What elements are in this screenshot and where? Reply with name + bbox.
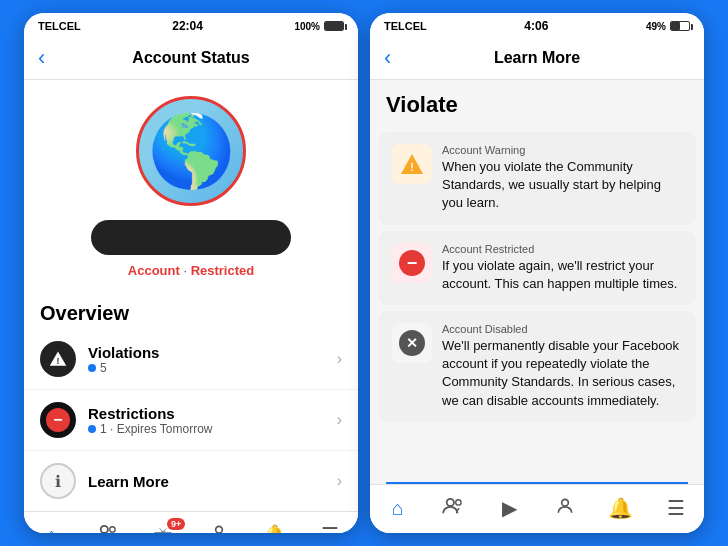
account-label: Account · Restricted xyxy=(128,263,254,278)
status-icons-1: 100% xyxy=(294,21,344,32)
restrict-icon: − xyxy=(399,250,425,276)
restrictions-chevron: › xyxy=(337,411,342,429)
learn-more-item[interactable]: ℹ Learn More › xyxy=(24,451,358,511)
time-1: 22:04 xyxy=(172,19,203,33)
home-icon-1: ⌂ xyxy=(46,524,58,534)
learn-more-chevron: › xyxy=(337,472,342,490)
nav-bar-2: ‹ Learn More xyxy=(370,37,704,80)
violate-title: Violate xyxy=(370,80,704,126)
tab-bar-1: ⌂ 📺 9+ xyxy=(24,511,358,533)
violation-warning: ! Account Warning When you violate the C… xyxy=(378,132,696,225)
violations-text: Violations 5 xyxy=(88,344,337,375)
tab-profile-2[interactable] xyxy=(547,493,583,523)
carrier-1: TELCEL xyxy=(38,20,81,32)
tab-home-1[interactable]: ⌂ xyxy=(34,520,70,533)
back-button-1[interactable]: ‹ xyxy=(38,45,62,71)
video-badge-1: 9+ xyxy=(167,518,185,530)
svg-point-5 xyxy=(447,498,454,505)
warning-triangle-icon: ! xyxy=(49,350,67,368)
violation-restricted: − Account Restricted If you violate agai… xyxy=(378,231,696,305)
violations-title: Violations xyxy=(88,344,337,361)
tab-video-2[interactable]: ▶ xyxy=(491,493,527,523)
video-icon-2: ▶ xyxy=(502,496,517,520)
learn-more-title: Learn More xyxy=(88,473,337,490)
tab-video-1[interactable]: 📺 9+ xyxy=(145,520,181,533)
battery-fill-2 xyxy=(671,22,680,30)
menu-icon-1: ☰ xyxy=(321,523,339,533)
carrier-2: TELCEL xyxy=(384,20,427,32)
restricted-bar xyxy=(91,220,291,255)
nav-title-2: Learn More xyxy=(408,49,666,67)
status-bar-2: TELCEL 4:06 49% xyxy=(370,13,704,37)
learn-more-body: Violate ! Account Warning W xyxy=(370,80,704,484)
warning-desc: When you violate the Community Standards… xyxy=(442,158,682,213)
restrict-desc: If you violate again, we'll restrict you… xyxy=(442,257,682,293)
battery-icon-1 xyxy=(324,21,344,31)
screen-content-2: Violate ! Account Warning W xyxy=(370,80,704,533)
status-bar-1: TELCEL 22:04 100% xyxy=(24,13,358,37)
bell-icon-1: 🔔 xyxy=(262,523,287,533)
disabled-desc: We'll permanently disable your Facebook … xyxy=(442,337,682,410)
svg-point-6 xyxy=(456,499,461,504)
time-2: 4:06 xyxy=(524,19,548,33)
disabled-icon-wrap: ✕ xyxy=(392,323,432,363)
violations-count: 5 xyxy=(100,361,107,375)
restrict-icon-wrap: − xyxy=(392,243,432,283)
restrict-text: Account Restricted If you violate again,… xyxy=(442,243,682,293)
violation-list: ! Account Warning When you violate the C… xyxy=(370,126,704,482)
profile-icon-1 xyxy=(209,523,229,534)
tab-friends-2[interactable] xyxy=(435,493,471,523)
svg-point-1 xyxy=(101,525,108,532)
status-icons-2: 49% xyxy=(646,21,690,32)
tab-friends-1[interactable] xyxy=(89,520,125,533)
globe-image: 🌎 xyxy=(136,96,246,206)
violation-disabled: ✕ Account Disabled We'll permanently dis… xyxy=(378,311,696,422)
info-icon: ℹ xyxy=(55,472,61,491)
friends-icon-1 xyxy=(96,524,118,534)
svg-point-2 xyxy=(110,526,115,531)
tab-home-2[interactable]: ⌂ xyxy=(380,493,416,523)
overview-title: Overview xyxy=(24,294,358,329)
restrictions-detail: 1 · Expires Tomorrow xyxy=(100,422,212,436)
back-button-2[interactable]: ‹ xyxy=(384,45,408,71)
disabled-type: Account Disabled xyxy=(442,323,682,335)
tab-bell-2[interactable]: 🔔 xyxy=(602,493,638,523)
restrictions-title: Restrictions xyxy=(88,405,337,422)
warning-type: Account Warning xyxy=(442,144,682,156)
overview-list: ! Violations 5 › − xyxy=(24,329,358,511)
battery-label-1: 100% xyxy=(294,21,320,32)
screen-content-1: 🌎 Account · Restricted Overview xyxy=(24,80,358,533)
svg-text:!: ! xyxy=(57,356,60,366)
violations-chevron: › xyxy=(337,350,342,368)
minus-icon: − xyxy=(46,408,70,432)
friends-icon-2 xyxy=(442,497,464,520)
menu-icon-2: ☰ xyxy=(667,496,685,520)
violations-item[interactable]: ! Violations 5 › xyxy=(24,329,358,390)
svg-point-7 xyxy=(561,499,568,506)
tab-bar-2: ⌂ ▶ xyxy=(370,484,704,533)
violations-sub: 5 xyxy=(88,361,337,375)
battery-label-2: 49% xyxy=(646,21,666,32)
warning-icon: ! xyxy=(400,152,424,176)
nav-bar-1: ‹ Account Status xyxy=(24,37,358,80)
learn-more-icon: ℹ xyxy=(40,463,76,499)
bell-icon-2: 🔔 xyxy=(608,496,633,520)
tab-profile-1[interactable] xyxy=(201,520,237,533)
learn-more-text: Learn More xyxy=(88,473,337,490)
violations-icon: ! xyxy=(40,341,76,377)
svg-point-3 xyxy=(215,526,222,533)
restrictions-text: Restrictions 1 · Expires Tomorrow xyxy=(88,405,337,436)
profile-icon-2 xyxy=(555,496,575,521)
svg-text:!: ! xyxy=(410,161,414,173)
tab-menu-2[interactable]: ☰ xyxy=(658,493,694,523)
restrictions-icon: − xyxy=(40,402,76,438)
restrictions-item[interactable]: − Restrictions 1 · Expires Tomorrow › xyxy=(24,390,358,451)
nav-title-1: Account Status xyxy=(62,49,320,67)
warning-icon-wrap: ! xyxy=(392,144,432,184)
tab-bell-1[interactable]: 🔔 xyxy=(256,520,292,533)
home-icon-2: ⌂ xyxy=(392,497,404,520)
restrictions-dot xyxy=(88,425,96,433)
tab-menu-1[interactable]: ☰ xyxy=(312,520,348,533)
account-status-body: 🌎 Account · Restricted Overview xyxy=(24,80,358,511)
disabled-text: Account Disabled We'll permanently disab… xyxy=(442,323,682,410)
